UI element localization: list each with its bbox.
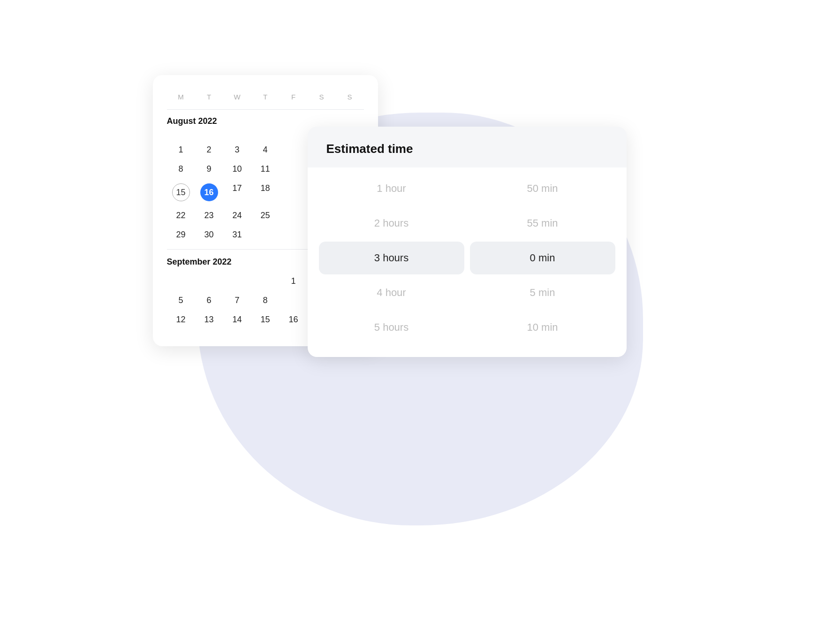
calendar-cell[interactable]	[280, 131, 308, 140]
calendar-cell[interactable]	[223, 272, 251, 291]
calendar-cell[interactable]	[280, 140, 308, 160]
calendar-cell-8[interactable]: 8	[167, 160, 195, 179]
picker-hour-1hour[interactable]: 1 hour	[319, 172, 464, 205]
calendar-cell-22[interactable]: 22	[167, 206, 195, 225]
calendar-cell-sep-6[interactable]: 6	[195, 291, 223, 310]
picker-row-2: 2 hours 55 min	[319, 207, 615, 240]
calendar-cell-sep-12[interactable]: 12	[167, 310, 195, 329]
calendar-cell[interactable]	[195, 272, 223, 291]
picker-min-5min[interactable]: 5 min	[470, 276, 615, 309]
calendar-cell[interactable]	[280, 160, 308, 179]
calendar-cell-31[interactable]: 31	[223, 225, 251, 244]
calendar-cell[interactable]	[195, 131, 223, 140]
calendar-cell[interactable]	[251, 272, 280, 291]
estimated-body: 1 hour 50 min 2 hours 55 min 3 hours 0 m…	[308, 167, 627, 357]
calendar-cell-sep-8[interactable]: 8	[251, 291, 280, 310]
calendar-cell-25[interactable]: 25	[251, 206, 280, 225]
picker-min-0min[interactable]: 0 min	[470, 242, 615, 274]
picker-min-55min[interactable]: 55 min	[470, 207, 615, 240]
picker-hour-2hours[interactable]: 2 hours	[319, 207, 464, 240]
calendar-cell[interactable]	[280, 179, 308, 206]
calendar-cell-17[interactable]: 17	[223, 179, 251, 206]
calendar-cell-16[interactable]: 16	[195, 179, 223, 206]
calendar-cell[interactable]	[280, 291, 308, 310]
calendar-cell[interactable]	[167, 272, 195, 291]
calendar-cell-15[interactable]: 15	[167, 179, 195, 206]
weekday-sat: S	[308, 89, 336, 105]
weekday-wed: W	[223, 89, 251, 105]
calendar-cell-sep-5[interactable]: 5	[167, 291, 195, 310]
calendar-cell-29[interactable]: 29	[167, 225, 195, 244]
calendar-cell-sep-16[interactable]: 16	[280, 310, 308, 329]
picker-hour-4hour[interactable]: 4 hour	[319, 276, 464, 309]
calendar-cell[interactable]	[280, 225, 308, 244]
picker-hour-5hours[interactable]: 5 hours	[319, 311, 464, 344]
picker-min-50min[interactable]: 50 min	[470, 172, 615, 205]
calendar-cell-4[interactable]: 4	[251, 140, 280, 160]
calendar-cell-sep-14[interactable]: 14	[223, 310, 251, 329]
weekday-thu: T	[251, 89, 280, 105]
calendar-cell-sep-7[interactable]: 7	[223, 291, 251, 310]
calendar-cell-23[interactable]: 23	[195, 206, 223, 225]
picker-min-10min[interactable]: 10 min	[470, 311, 615, 344]
august-label: August 2022	[167, 116, 364, 126]
calendar-cell-sep-15[interactable]: 15	[251, 310, 280, 329]
picker-row-5: 5 hours 10 min	[319, 311, 615, 344]
weekday-sun: S	[336, 89, 364, 105]
calendar-cell[interactable]	[251, 225, 280, 244]
calendar-cell-18[interactable]: 18	[251, 179, 280, 206]
calendar-cell-3[interactable]: 3	[223, 140, 251, 160]
calendar-cell-sep-1[interactable]: 1	[280, 272, 308, 291]
header-divider	[167, 109, 364, 110]
calendar-cell-24[interactable]: 24	[223, 206, 251, 225]
calendar-cell-9[interactable]: 9	[195, 160, 223, 179]
calendar-cell-30[interactable]: 30	[195, 225, 223, 244]
picker-row-3: 3 hours 0 min	[319, 242, 615, 274]
calendar-cell-sep-13[interactable]: 13	[195, 310, 223, 329]
weekday-tue: T	[195, 89, 223, 105]
calendar-cell[interactable]	[251, 131, 280, 140]
calendar-cell-11[interactable]: 11	[251, 160, 280, 179]
calendar-cell[interactable]	[167, 131, 195, 140]
scene: M T W T F S S August 2022 1 2 3 4	[139, 61, 702, 577]
calendar-cell-2[interactable]: 2	[195, 140, 223, 160]
picker-hour-3hours[interactable]: 3 hours	[319, 242, 464, 274]
calendar-cell-1[interactable]: 1	[167, 140, 195, 160]
weekday-mon: M	[167, 89, 195, 105]
estimated-header: Estimated time	[308, 127, 627, 167]
calendar-cell-10[interactable]: 10	[223, 160, 251, 179]
calendar-cell[interactable]	[223, 131, 251, 140]
estimated-title: Estimated time	[326, 142, 608, 156]
calendar-weekdays: M T W T F S S	[167, 89, 364, 105]
estimated-time-card: Estimated time 1 hour 50 min 2 hours 55 …	[308, 127, 627, 357]
picker-row-1: 1 hour 50 min	[319, 172, 615, 205]
picker-row-4: 4 hour 5 min	[319, 276, 615, 309]
calendar-cell[interactable]	[280, 206, 308, 225]
weekday-fri: F	[280, 89, 308, 105]
